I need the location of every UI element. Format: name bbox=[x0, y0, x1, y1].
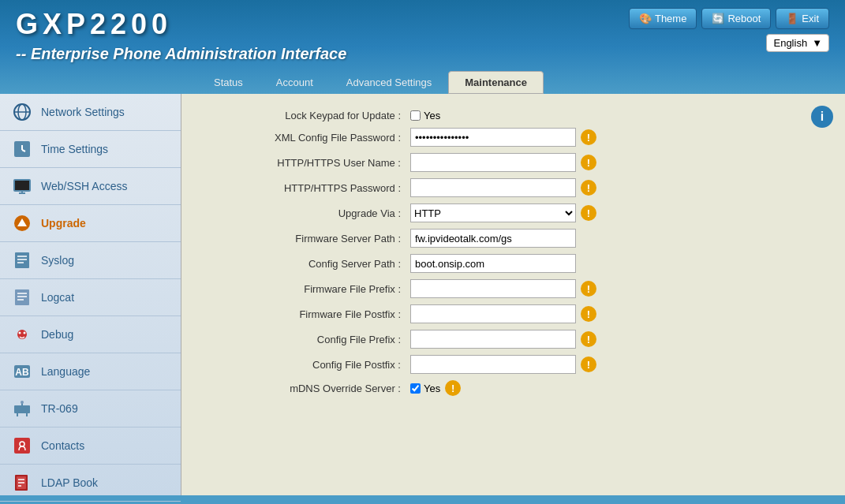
firmware-postfix-input[interactable] bbox=[410, 304, 576, 323]
firmware-server-label: Firmware Server Path : bbox=[205, 233, 410, 245]
config-server-label: Config Server Path : bbox=[205, 258, 410, 270]
contacts-icon bbox=[11, 435, 33, 457]
firmware-postfix-control: ! bbox=[410, 304, 596, 323]
config-prefix-input[interactable] bbox=[410, 330, 576, 349]
firmware-prefix-control: ! bbox=[410, 279, 596, 298]
upgrade-icon bbox=[11, 212, 33, 234]
config-postfix-control: ! bbox=[410, 355, 596, 374]
language-selector[interactable]: English ▼ bbox=[766, 34, 829, 52]
main-layout: Network Settings Time Settings Web/SSH A… bbox=[0, 94, 845, 495]
firmware-postfix-label: Firmware File Postfix : bbox=[205, 308, 410, 320]
firmware-server-row: Firmware Server Path : bbox=[205, 229, 821, 248]
http-password-control: ! bbox=[410, 178, 596, 197]
firmware-prefix-warning-icon[interactable]: ! bbox=[581, 281, 596, 297]
sidebar-item-network-settings[interactable]: Network Settings bbox=[0, 94, 181, 131]
debug-icon bbox=[11, 323, 33, 345]
http-password-warning-icon[interactable]: ! bbox=[581, 180, 596, 196]
sidebar-item-syslog[interactable]: Syslog bbox=[0, 242, 181, 279]
reboot-button[interactable]: 🔄 Reboot bbox=[701, 8, 771, 29]
sidebar-item-time-settings[interactable]: Time Settings bbox=[0, 131, 181, 168]
http-username-control: ! bbox=[410, 153, 596, 172]
svg-rect-12 bbox=[15, 252, 29, 268]
lock-keypad-checkbox-label[interactable]: Yes bbox=[410, 110, 440, 121]
subtitle: -- Enterprise Phone Administration Inter… bbox=[16, 45, 346, 63]
reboot-icon: 🔄 bbox=[712, 13, 724, 24]
svg-rect-25 bbox=[14, 405, 30, 413]
svg-rect-7 bbox=[15, 181, 29, 190]
config-server-input[interactable] bbox=[410, 254, 576, 273]
config-prefix-control: ! bbox=[410, 330, 596, 349]
theme-button[interactable]: 🎨 Theme bbox=[629, 8, 697, 29]
firmware-server-input[interactable] bbox=[410, 229, 576, 248]
firmware-server-control bbox=[410, 229, 576, 248]
xml-password-input[interactable] bbox=[410, 128, 576, 147]
firmware-prefix-input[interactable] bbox=[410, 279, 576, 298]
config-prefix-label: Config File Prefix : bbox=[205, 334, 410, 345]
upgrade-via-warning-icon[interactable]: ! bbox=[581, 205, 596, 221]
tab-maintenance[interactable]: Maintenance bbox=[448, 71, 544, 94]
chevron-down-icon: ▼ bbox=[812, 37, 822, 49]
xml-password-warning-icon[interactable]: ! bbox=[581, 129, 596, 145]
info-icon[interactable]: i bbox=[811, 106, 833, 128]
sidebar-item-tr069[interactable]: TR-069 bbox=[0, 390, 181, 427]
tab-status[interactable]: Status bbox=[197, 71, 260, 94]
firmware-postfix-row: Firmware File Postfix : ! bbox=[205, 304, 821, 323]
sidebar-item-upgrade[interactable]: Upgrade bbox=[0, 205, 181, 242]
logo: GXP2200 bbox=[16, 8, 346, 41]
http-username-warning-icon[interactable]: ! bbox=[581, 155, 596, 170]
web-ssh-icon bbox=[11, 175, 33, 197]
sidebar: Network Settings Time Settings Web/SSH A… bbox=[0, 94, 181, 495]
xml-password-row: XML Config File Password : ! bbox=[205, 128, 821, 147]
time-icon bbox=[11, 138, 33, 160]
config-postfix-warning-icon[interactable]: ! bbox=[581, 357, 596, 372]
mdns-override-control: Yes ! bbox=[410, 380, 461, 396]
mdns-override-label: mDNS Override Server : bbox=[205, 383, 410, 394]
syslog-icon bbox=[11, 249, 33, 271]
firmware-prefix-row: Firmware File Prefix : ! bbox=[205, 279, 821, 298]
theme-icon: 🎨 bbox=[639, 13, 652, 24]
http-password-label: HTTP/HTTPS Password : bbox=[205, 182, 410, 194]
lock-keypad-row: Lock Keypad for Update : Yes bbox=[205, 110, 821, 121]
mdns-override-checkbox[interactable] bbox=[410, 383, 421, 394]
config-postfix-label: Config File Postfix : bbox=[205, 359, 410, 371]
config-postfix-row: Config File Postfix : ! bbox=[205, 355, 821, 374]
http-username-input[interactable] bbox=[410, 153, 576, 172]
config-postfix-input[interactable] bbox=[410, 355, 576, 374]
sidebar-item-web-ssh-access[interactable]: Web/SSH Access bbox=[0, 168, 181, 205]
header: GXP2200 -- Enterprise Phone Administrati… bbox=[0, 0, 845, 94]
exit-icon: 🚪 bbox=[786, 13, 798, 24]
http-username-label: HTTP/HTTPS User Name : bbox=[205, 157, 410, 169]
ldap-icon bbox=[11, 472, 33, 494]
sidebar-item-contacts[interactable]: Contacts bbox=[0, 427, 181, 465]
sidebar-item-debug[interactable]: Debug bbox=[0, 316, 181, 353]
svg-rect-30 bbox=[14, 438, 30, 454]
sidebar-item-logcat[interactable]: Logcat bbox=[0, 279, 181, 316]
firmware-postfix-warning-icon[interactable]: ! bbox=[581, 306, 596, 322]
config-prefix-row: Config File Prefix : ! bbox=[205, 330, 821, 349]
tab-advanced[interactable]: Advanced Settings bbox=[330, 71, 448, 94]
sidebar-item-language[interactable]: AB Language bbox=[0, 353, 181, 390]
svg-point-27 bbox=[21, 401, 24, 404]
mdns-override-warning-icon[interactable]: ! bbox=[445, 380, 461, 396]
xml-password-control: ! bbox=[410, 128, 596, 147]
tab-account[interactable]: Account bbox=[260, 71, 330, 94]
mdns-override-checkbox-label[interactable]: Yes bbox=[410, 383, 440, 394]
lock-keypad-label: Lock Keypad for Update : bbox=[205, 110, 410, 121]
lock-keypad-control: Yes bbox=[410, 110, 440, 121]
svg-text:AB: AB bbox=[15, 367, 29, 378]
config-server-row: Config Server Path : bbox=[205, 254, 821, 273]
config-server-control bbox=[410, 254, 576, 273]
mdns-override-row: mDNS Override Server : Yes ! bbox=[205, 380, 821, 396]
logcat-icon bbox=[11, 286, 33, 308]
xml-password-label: XML Config File Password : bbox=[205, 132, 410, 144]
upgrade-via-select[interactable]: HTTP HTTPS TFTP bbox=[410, 203, 576, 222]
http-password-row: HTTP/HTTPS Password : ! bbox=[205, 178, 821, 197]
config-prefix-warning-icon[interactable]: ! bbox=[581, 331, 596, 347]
http-password-input[interactable] bbox=[410, 178, 576, 197]
lock-keypad-checkbox[interactable] bbox=[410, 110, 421, 121]
firmware-prefix-label: Firmware File Prefix : bbox=[205, 283, 410, 295]
sidebar-item-ldap-book[interactable]: LDAP Book bbox=[0, 465, 181, 502]
exit-button[interactable]: 🚪 Exit bbox=[776, 8, 829, 29]
upgrade-via-label: Upgrade Via : bbox=[205, 207, 410, 219]
tr069-icon bbox=[11, 398, 33, 420]
